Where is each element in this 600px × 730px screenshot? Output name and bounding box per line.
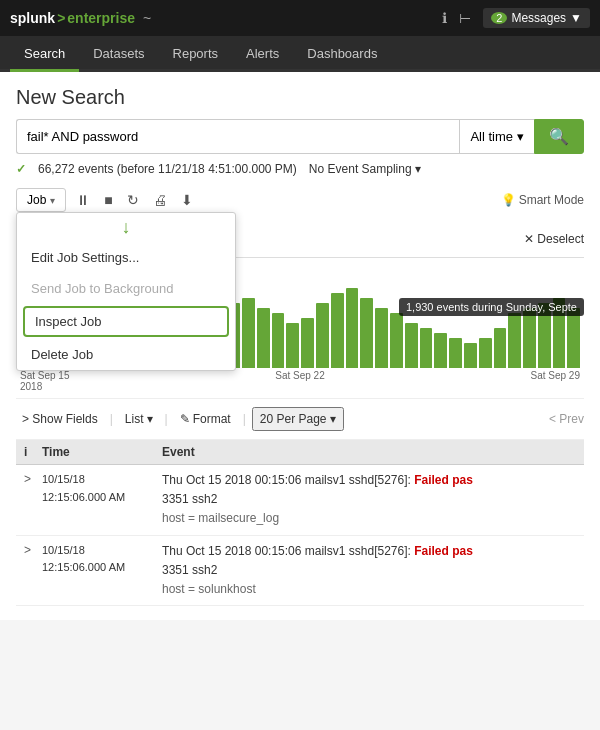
search-button[interactable]: 🔍 [534,119,584,154]
table-row: > 10/15/18 12:15:06.000 AM Thu Oct 15 20… [16,465,584,536]
events-count: 66,272 events (before 11/21/18 4:51:00.0… [38,162,297,176]
nav-dashboards[interactable]: Dashboards [293,36,391,72]
time-picker[interactable]: All time ▾ [459,119,534,154]
sampling-label: No Event Sampling [309,162,412,176]
row-expander-1[interactable]: > [24,471,42,486]
nav-datasets[interactable]: Datasets [79,36,158,72]
info-icon[interactable]: ℹ [442,10,447,26]
event-line2-2: 3351 ssh2 [162,561,576,580]
chart-tooltip: 1,930 events during Sunday, Septe [399,298,584,316]
splunk-logo: splunk > enterprise [10,10,135,26]
print-button[interactable]: 🖨 [149,190,171,210]
topbar-right: ℹ ⊢ 2 Messages ▼ [442,8,590,28]
chart-bar [405,323,418,368]
bottom-toolbar: > Show Fields | List ▾ | ✎ Format | 20 P… [16,398,584,440]
event-line2-1: 3351 ssh2 [162,490,576,509]
job-label: Job [27,193,46,207]
chart-bar [434,333,447,368]
smart-mode-button[interactable]: 💡 Smart Mode [501,193,584,207]
row-time-detail-2: 12:15:06.000 AM [42,559,162,577]
format-button[interactable]: ✎ Format [174,409,237,429]
dropdown-item-delete-job[interactable]: Delete Job [17,339,235,370]
row-time-detail-1: 12:15:06.000 AM [42,489,162,507]
per-page-label: 20 Per Page [260,412,327,426]
event-line3-2: host = solunkhost [162,580,576,599]
col-event: Event [162,445,576,459]
stop-button[interactable]: ■ [100,190,116,210]
chart-bar [331,293,344,368]
refresh-button[interactable]: ↻ [123,190,143,210]
x-label-sep22: Sat Sep 22 [275,370,324,392]
chart-bar [449,338,462,368]
status-check: ✓ [16,162,26,176]
row-event-2: Thu Oct 15 2018 00:15:06 mailsv1 sshd[52… [162,542,576,600]
chart-bar [316,303,329,368]
nav-reports[interactable]: Reports [159,36,233,72]
splunk-gt: > [57,10,65,26]
event-line3-1: host = mailsecure_log [162,509,576,528]
row-event-1: Thu Oct 15 2018 00:15:06 mailsv1 sshd[52… [162,471,576,529]
chart-bar [375,308,388,368]
messages-label: Messages [511,11,566,25]
event-line1-2: Thu Oct 15 2018 00:15:06 mailsv1 sshd[52… [162,542,576,561]
time-picker-label: All time [470,129,513,144]
list-arrow: ▾ [147,412,153,426]
chart-bar [257,308,270,368]
smart-mode-label: Smart Mode [519,193,584,207]
show-fields-label: > Show Fields [22,412,98,426]
show-fields-button[interactable]: > Show Fields [16,409,104,429]
job-arrow: ▾ [50,195,55,206]
sampling-button[interactable]: No Event Sampling ▾ [309,162,421,176]
job-button[interactable]: Job ▾ [16,188,66,212]
chart-bar [286,323,299,368]
messages-badge: 2 [491,12,507,24]
status-bar: ✓ 66,272 events (before 11/21/18 4:51:00… [16,162,584,176]
navbar: Search Datasets Reports Alerts Dashboard… [0,36,600,72]
smart-mode-icon: 💡 [501,193,516,207]
prev-button[interactable]: < Prev [549,412,584,426]
chart-bar [494,328,507,368]
x-label-sep15: Sat Sep 152018 [20,370,69,392]
list-button[interactable]: List ▾ [119,409,159,429]
tilde-icon[interactable]: ~ [143,10,151,26]
splunk-enterprise: enterprise [67,10,135,26]
table-header: i Time Event [16,440,584,465]
dropdown-item-inspect-job[interactable]: Inspect Job [23,306,229,337]
chart-bar [272,313,285,368]
chart-bar [390,313,403,368]
chart-bar [420,328,433,368]
dropdown-item-send-background: Send Job to Background [17,273,235,304]
pipe-icon[interactable]: ⊢ [459,10,471,26]
topbar: splunk > enterprise ~ ℹ ⊢ 2 Messages ▼ [0,0,600,36]
chart-bar [508,313,521,368]
time-picker-arrow: ▾ [517,129,524,144]
nav-alerts[interactable]: Alerts [232,36,293,72]
dropdown-item-edit-job[interactable]: Edit Job Settings... [17,242,235,273]
format-label: Format [193,412,231,426]
topbar-left: splunk > enterprise ~ [10,10,151,26]
separator-2: | [165,412,168,426]
deselect-button[interactable]: ✕ Deselect [524,232,584,246]
chart-bar [242,298,255,368]
messages-arrow: ▼ [570,11,582,25]
chart-bar [301,318,314,368]
event-line1-1: Thu Oct 15 2018 00:15:06 mailsv1 sshd[52… [162,471,576,490]
events-actions: ✕ Deselect [524,232,584,246]
messages-button[interactable]: 2 Messages ▼ [483,8,590,28]
search-input[interactable] [16,119,459,154]
table-row: > 10/15/18 12:15:06.000 AM Thu Oct 15 20… [16,536,584,607]
chart-bar [523,308,536,368]
nav-search[interactable]: Search [10,36,79,72]
row-expander-2[interactable]: > [24,542,42,557]
splunk-wordmark: splunk [10,10,55,26]
toolbar: Job ▾ ↓ Edit Job Settings... Send Job to… [16,184,584,216]
per-page-button[interactable]: 20 Per Page ▾ [252,407,344,431]
row-date-2: 10/15/18 [42,542,162,560]
sampling-arrow: ▾ [415,162,421,176]
pause-button[interactable]: ⏸ [72,190,94,210]
x-label-sep29: Sat Sep 29 [531,370,580,392]
page-title: New Search [16,86,584,109]
chart-labels: Sat Sep 152018 Sat Sep 22 Sat Sep 29 [16,368,584,394]
format-icon: ✎ [180,412,190,426]
download-button[interactable]: ⬇ [177,190,197,210]
